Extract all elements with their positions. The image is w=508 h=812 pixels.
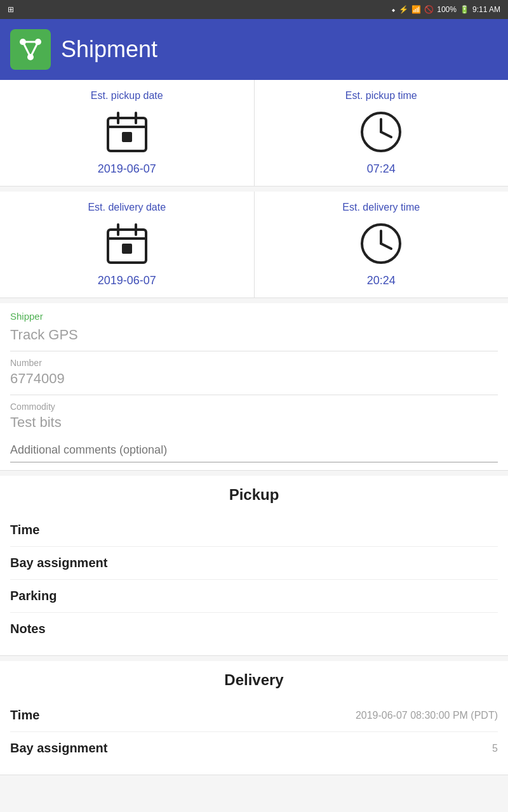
pickup-date-cell[interactable]: Est. pickup date 2019-06-07 xyxy=(0,80,254,186)
pickup-bay-row: Bay assignment xyxy=(10,547,498,580)
pickup-notes-row: Notes xyxy=(10,613,498,645)
calendar-icon xyxy=(104,109,150,155)
time-display: 9:11 AM xyxy=(472,5,500,14)
pickup-parking-row: Parking xyxy=(10,580,498,613)
delivery-date-cell[interactable]: Est. delivery date 2019-06-07 xyxy=(0,192,254,298)
app-icon xyxy=(10,29,51,70)
delivery-bay-label: Bay assignment xyxy=(10,741,492,756)
content: Est. pickup date 2019-06-07 Est. pickup … xyxy=(0,80,508,775)
location-icon: ⬥ xyxy=(391,5,396,14)
calendar-icon-2 xyxy=(104,221,150,266)
pickup-date-value: 2019-06-07 xyxy=(98,162,156,176)
shipper-card: Shipper Track GPS Number 6774009 Commodi… xyxy=(0,303,508,471)
shipper-name: Track GPS xyxy=(10,324,498,351)
delivery-time-label-row: Time xyxy=(10,708,356,723)
svg-line-5 xyxy=(30,42,38,57)
delivery-date-label: Est. delivery date xyxy=(88,202,166,213)
pickup-time-value: 07:24 xyxy=(367,162,396,176)
pickup-notes-label: Notes xyxy=(10,622,498,636)
svg-line-4 xyxy=(23,42,30,57)
delivery-time-cell[interactable]: Est. delivery time 20:24 xyxy=(254,192,509,298)
clock-icon xyxy=(358,109,404,155)
pickup-section-title: Pickup xyxy=(10,486,498,504)
block-icon: 🚫 xyxy=(424,5,434,14)
number-label: Number xyxy=(10,358,498,368)
delivery-bay-row: Bay assignment 5 xyxy=(10,732,498,764)
pickup-time-label-row: Time xyxy=(10,523,498,537)
pickup-section: Pickup Time Bay assignment Parking Notes xyxy=(0,476,508,656)
status-icons: ⬥ ⚡ 📶 🚫 100% 🔋 9:11 AM xyxy=(391,5,500,14)
pickup-date-label: Est. pickup date xyxy=(91,90,163,102)
delivery-datetime-card: Est. delivery date 2019-06-07 Est. deliv… xyxy=(0,192,508,298)
shipper-commodity: Test bits xyxy=(10,412,498,433)
delivery-time-label: Est. delivery time xyxy=(342,202,420,213)
pickup-parking-label: Parking xyxy=(10,589,498,603)
pickup-time-label: Est. pickup time xyxy=(345,90,417,102)
clock-icon-2 xyxy=(358,221,404,266)
delivery-date-value: 2019-06-07 xyxy=(98,274,156,287)
commodity-label: Commodity xyxy=(10,402,498,412)
pickup-time-cell[interactable]: Est. pickup time 07:24 xyxy=(254,80,509,186)
svg-rect-10 xyxy=(122,132,132,142)
page-title: Shipment xyxy=(61,36,157,63)
delivery-time-value: 20:24 xyxy=(367,274,396,287)
wifi-icon: 📶 xyxy=(411,5,421,14)
bluetooth-icon: ⚡ xyxy=(399,5,408,14)
svg-line-13 xyxy=(381,132,391,137)
pickup-bay-label: Bay assignment xyxy=(10,556,498,570)
delivery-bay-value: 5 xyxy=(492,743,498,754)
pickup-datetime-card: Est. pickup date 2019-06-07 Est. pickup … xyxy=(0,80,508,187)
delivery-section: Delivery Time 2019-06-07 08:30:00 PM (PD… xyxy=(0,661,508,775)
comments-input[interactable] xyxy=(10,438,498,462)
pickup-time-row: Time xyxy=(10,514,498,547)
delivery-time-value-row: 2019-06-07 08:30:00 PM (PDT) xyxy=(356,710,498,721)
delivery-time-row: Time 2019-06-07 08:30:00 PM (PDT) xyxy=(10,699,498,732)
battery-label: 100% xyxy=(437,5,457,14)
battery-icon: 🔋 xyxy=(460,5,469,14)
notification-icon: ⊞ xyxy=(8,5,14,14)
delivery-section-title: Delivery xyxy=(10,671,498,689)
svg-rect-18 xyxy=(122,244,132,254)
toolbar: Shipment xyxy=(0,19,508,80)
svg-line-21 xyxy=(381,244,391,249)
status-bar: ⊞ ⬥ ⚡ 📶 🚫 100% 🔋 9:11 AM xyxy=(0,0,508,19)
shipper-number: 6774009 xyxy=(10,368,498,395)
shipper-section-label: Shipper xyxy=(10,311,498,322)
